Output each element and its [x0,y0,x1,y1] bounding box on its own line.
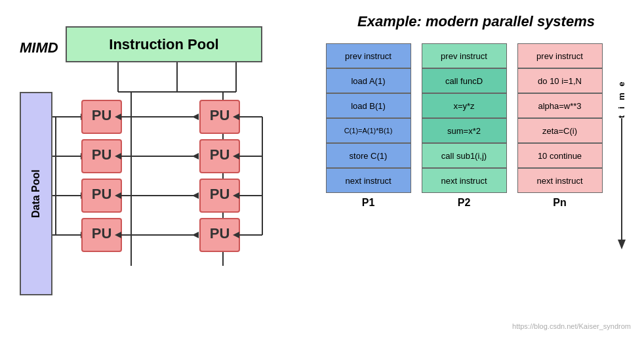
svg-marker-23 [192,114,199,120]
data-pool-box: Data Pool [20,92,52,295]
svg-rect-45 [200,179,239,212]
pn-cell-5: next instruct [517,168,603,193]
p2-label: P2 [458,197,471,209]
p2-cell-1: call funcD [422,68,507,93]
svg-marker-37 [233,153,239,159]
svg-rect-33 [200,140,239,173]
svg-marker-61 [233,232,239,238]
svg-marker-59 [192,232,199,238]
p1-cell-1: load A(1) [326,68,411,93]
p1-column: prev instruct load A(1) load B(1) C(1)=A… [326,43,411,209]
pn-cell-1: do 10 i=1,N [517,68,603,93]
p1-cell-0: prev instruct [326,43,411,68]
main-container: MIMD Instruction Pool Data Pool [0,0,644,340]
right-panel: Example: modern parallel systems prev in… [308,7,637,333]
p2-column: prev instruct call funcD x=y*z sum=x*2 c… [422,43,507,209]
p2-cell-2: x=y*z [422,93,507,118]
svg-text:PU: PU [92,186,112,202]
svg-rect-57 [200,219,239,251]
pn-cell-4: 10 continue [517,143,603,168]
svg-text:PU: PU [210,146,230,163]
p1-cell-3: C(1)=A(1)*B(1) [326,118,411,143]
svg-text:PU: PU [92,146,112,163]
svg-rect-52 [82,219,121,251]
svg-marker-55 [115,232,121,238]
p1-cell-5: next instruct [326,168,411,193]
svg-marker-19 [115,114,121,120]
svg-text:PU: PU [210,225,230,242]
svg-rect-40 [82,179,121,212]
p2-cell-0: prev instruct [422,43,507,68]
svg-marker-39 [81,192,87,199]
pn-label: Pn [553,197,566,209]
svg-text:PU: PU [210,107,230,123]
svg-marker-31 [115,153,121,159]
svg-text:PU: PU [92,225,112,242]
svg-marker-43 [115,192,121,199]
svg-rect-16 [82,100,121,133]
svg-marker-27 [81,153,87,159]
p2-cell-5: next instruct [422,168,507,193]
svg-text:PU: PU [92,107,112,123]
p1-label: P1 [362,197,375,209]
instruction-pool-box: Instruction Pool [66,26,262,62]
mimd-label: MIMD [20,39,58,56]
pn-cell-0: prev instruct [517,43,603,68]
watermark: https://blog.csdn.net/Kaiser_syndrom [512,322,631,330]
data-pool-label: Data Pool [30,169,42,218]
svg-marker-25 [233,114,239,120]
p1-cell-4: store C(1) [326,143,411,168]
svg-marker-49 [233,192,239,199]
svg-marker-47 [192,192,199,199]
svg-rect-28 [82,140,121,173]
svg-marker-35 [192,153,199,159]
instruction-pool-label: Instruction Pool [109,36,218,53]
left-panel: MIMD Instruction Pool Data Pool [7,7,308,333]
svg-marker-15 [81,114,87,120]
svg-marker-51 [81,232,87,238]
svg-text:PU: PU [210,186,230,202]
svg-marker-69 [618,240,626,249]
p2-cell-3: sum=x*2 [422,118,507,143]
time-arrow-svg-container [616,118,627,193]
pn-cell-3: zeta=C(i) [517,118,603,143]
p2-cell-4: call sub1(i,j) [422,143,507,168]
svg-rect-21 [200,100,239,133]
time-arrow-svg [616,118,627,249]
time-label: t i m e [616,43,626,118]
pn-cell-2: alpha=w**3 [517,93,603,118]
example-title: Example: modern parallel systems [321,13,631,30]
p1-cell-2: load B(1) [326,93,411,118]
pn-column: prev instruct do 10 i=1,N alpha=w**3 zet… [517,43,603,209]
time-arrow-container: t i m e [616,43,627,193]
